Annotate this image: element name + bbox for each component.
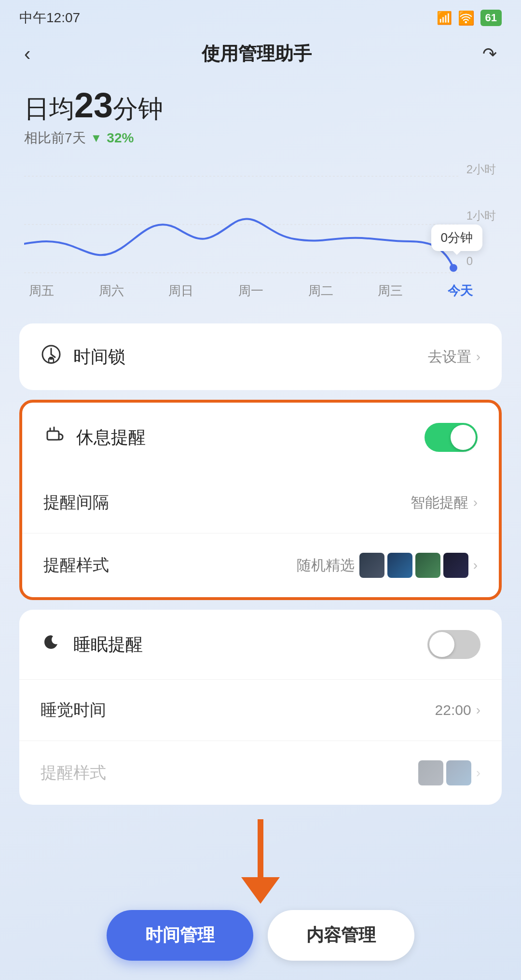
sleep-reminder-card: 睡眠提醒 睡觉时间 22:00 › 提醒样式 › [19,610,502,805]
daily-average-section: 日均23分钟 相比前7天 ▼ 32% [0,81,521,147]
reminder-style-value: 随机精选 › [297,553,478,578]
arrow-annotation [0,819,521,906]
sleep-icon [41,631,62,658]
reminder-style-row[interactable]: 提醒样式 随机精选 › [22,533,499,597]
time-lock-icon [41,344,62,370]
sleep-reminder-style-value: › [418,760,480,785]
sleep-time-row[interactable]: 睡觉时间 22:00 › [19,680,502,741]
status-right: 📶 🛜 61 [437,10,502,26]
back-button[interactable]: ‹ [24,43,30,65]
chevron-icon: › [473,495,478,510]
time-lock-action[interactable]: 去设置 › [428,347,480,367]
svg-marker-11 [241,877,280,904]
svg-point-3 [450,264,457,272]
style-thumb-1 [359,553,384,578]
chevron-icon: › [476,349,480,364]
break-reminder-toggle[interactable] [425,423,478,452]
reminder-interval-label: 提醒间隔 [43,491,109,514]
orange-down-arrow-icon [232,819,289,906]
sleep-style-thumb-2 [446,760,471,785]
chevron-icon: › [476,702,480,718]
status-bar: 中午12:07 📶 🛜 61 [0,0,521,32]
time-management-button[interactable]: 时间管理 [107,910,253,961]
style-thumb-2 [387,553,412,578]
content-management-button[interactable]: 内容管理 [268,910,414,961]
reminder-style-label: 提醒样式 [43,554,109,576]
time-lock-row[interactable]: 时间锁 去设置 › [19,323,502,390]
wifi-icon: 🛜 [458,10,475,26]
sleep-reminder-label: 睡眠提醒 [73,633,143,657]
reminder-interval-value: 智能提醒 › [411,493,478,513]
sleep-reminder-main-row: 睡眠提醒 [19,610,502,680]
daily-compare: 相比前7天 ▼ 32% [24,129,497,147]
sleep-reminder-toggle[interactable] [427,630,480,659]
chart-x-labels: 周五 周六 周日 周一 周二 周三 今天 [24,282,473,299]
sleep-reminder-style-row[interactable]: 提醒样式 › [19,741,502,805]
usage-chart: 2小时 1小时 0 0分钟 周五 周六 周日 周一 周二 周三 今天 [0,147,521,309]
status-time: 中午12:07 [19,9,80,27]
time-lock-label: 时间锁 [73,345,125,369]
sleep-style-thumbnails [418,760,471,785]
break-reminder-label: 休息提醒 [76,426,146,449]
x-label-mon: 周一 [238,282,263,299]
svg-rect-7 [47,431,59,440]
sleep-style-thumb-1 [418,760,443,785]
x-label-tue: 周二 [308,282,333,299]
daily-avg-title: 日均23分钟 [24,85,497,126]
style-thumb-4 [443,553,468,578]
style-thumb-3 [415,553,440,578]
x-label-today: 今天 [448,282,473,299]
sleep-reminder-left: 睡眠提醒 [41,631,143,658]
break-reminder-icon [43,424,65,450]
sleep-reminder-style-label: 提醒样式 [41,762,106,784]
chevron-icon: › [476,765,480,781]
break-reminder-card: 休息提醒 提醒间隔 智能提醒 › 提醒样式 随机精选 [19,400,502,600]
reminder-interval-row[interactable]: 提醒间隔 智能提醒 › [22,472,499,533]
trend-down-icon: ▼ [91,131,102,145]
battery-indicator: 61 [480,10,502,26]
break-reminder-left: 休息提醒 [43,424,146,450]
time-lock-card: 时间锁 去设置 › [19,323,502,390]
cards-section: 时间锁 去设置 › 休息提醒 [0,309,521,810]
toggle-knob [451,425,476,450]
header: ‹ 使用管理助手 ↷ [0,32,521,81]
signal-icon: 📶 [437,11,452,26]
break-reminder-main-row: 休息提醒 [22,403,499,472]
share-button[interactable]: ↷ [482,44,497,64]
page-title: 使用管理助手 [202,42,312,66]
x-label-fri: 周五 [29,282,54,299]
time-lock-left: 时间锁 [41,344,125,370]
sleep-time-value: 22:00 › [435,702,480,718]
x-label-sat: 周六 [99,282,124,299]
sleep-time-label: 睡觉时间 [41,699,106,721]
x-label-sun: 周日 [168,282,193,299]
style-thumbnails [359,553,468,578]
chart-tooltip: 0分钟 [431,224,482,251]
x-label-wed: 周三 [378,282,403,299]
chevron-icon: › [473,558,478,573]
chart-svg-wrapper: 0分钟 [24,167,497,282]
bottom-nav: 时间管理 内容管理 [0,900,521,980]
toggle-knob [429,632,454,657]
